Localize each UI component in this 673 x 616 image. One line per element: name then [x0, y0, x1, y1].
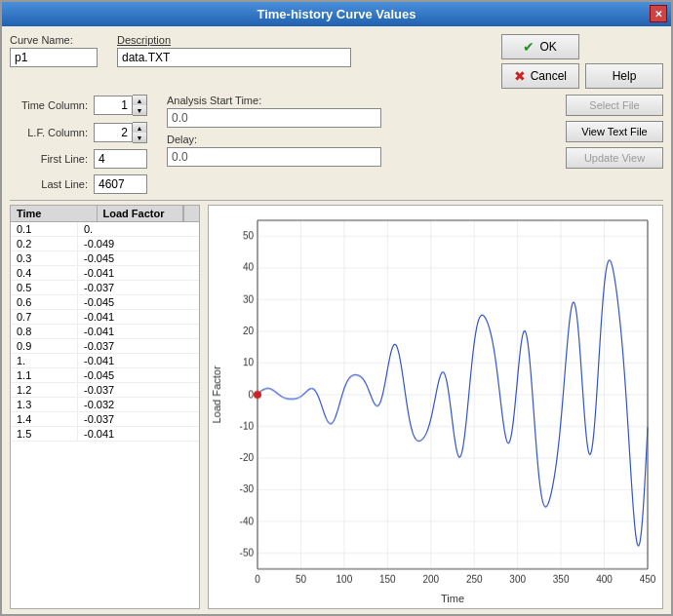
cell-lf: -0.037 — [78, 339, 199, 353]
table-row: 0.5-0.037 — [11, 281, 199, 295]
cell-time: 0.5 — [11, 281, 78, 294]
time-history-chart — [209, 206, 662, 608]
cell-lf: -0.037 — [78, 281, 199, 294]
check-icon: ✔ — [523, 39, 534, 55]
analysis-start-time-label: Analysis Start Time: — [167, 95, 381, 106]
cell-lf: -0.045 — [78, 251, 199, 265]
table-row: 0.10. — [11, 222, 199, 237]
table-row: 0.3-0.045 — [11, 251, 199, 266]
cell-time: 1.2 — [11, 383, 78, 397]
col-time-header: Time — [11, 206, 98, 221]
table-row: 1.-0.041 — [11, 354, 199, 368]
table-row: 0.6-0.045 — [11, 295, 199, 310]
table-row: 1.2-0.037 — [11, 383, 199, 398]
table-row: 0.8-0.041 — [11, 325, 199, 339]
cell-time: 0.3 — [11, 251, 78, 265]
curve-name-input[interactable] — [10, 48, 98, 67]
cell-time: 0.6 — [11, 295, 78, 309]
cell-time: 1.5 — [11, 427, 78, 441]
x-icon: ✖ — [514, 68, 526, 84]
description-label: Description — [117, 34, 351, 46]
cell-lf: -0.032 — [78, 398, 199, 411]
cell-time: 0.8 — [11, 325, 78, 338]
description-input[interactable] — [117, 48, 351, 67]
dialog-title: Time-history Curve Values — [257, 7, 416, 21]
data-table: Time Load Factor 0.10.0.2-0.0490.3-0.045… — [10, 205, 200, 609]
table-row: 1.4-0.037 — [11, 412, 199, 427]
lf-column-label: L.F. Column: — [10, 127, 88, 138]
first-line-label: First Line: — [10, 153, 88, 165]
cell-lf: 0. — [78, 222, 199, 236]
close-button[interactable]: ✕ — [650, 5, 667, 22]
time-column-label: Time Column: — [10, 99, 88, 111]
time-column-down[interactable]: ▼ — [133, 105, 146, 115]
cell-time: 1.3 — [11, 398, 78, 411]
table-scroll-area[interactable]: 0.10.0.2-0.0490.3-0.0450.4-0.0410.5-0.03… — [11, 222, 199, 608]
cell-lf: -0.041 — [78, 325, 199, 338]
table-row: 0.7-0.041 — [11, 310, 199, 325]
cell-lf: -0.045 — [78, 295, 199, 309]
col-lf-header: Load Factor — [98, 206, 184, 221]
table-row: 1.3-0.032 — [11, 398, 199, 412]
lf-column-up[interactable]: ▲ — [133, 123, 146, 133]
title-bar: Time-history Curve Values ✕ — [2, 2, 671, 26]
cell-lf: -0.041 — [78, 266, 199, 280]
cell-lf: -0.045 — [78, 368, 199, 382]
table-row: 0.2-0.049 — [11, 237, 199, 251]
last-line-label: Last Line: — [10, 178, 88, 190]
cell-time: 1. — [11, 354, 78, 367]
cell-time: 0.7 — [11, 310, 78, 324]
cell-time: 1.4 — [11, 412, 78, 426]
ok-button[interactable]: ✔ OK — [501, 34, 579, 59]
table-row: 0.4-0.041 — [11, 266, 199, 281]
cell-lf: -0.049 — [78, 237, 199, 250]
time-column-input[interactable] — [94, 96, 133, 115]
help-button[interactable]: Help — [585, 63, 663, 89]
cell-lf: -0.037 — [78, 412, 199, 426]
table-row: 1.1-0.045 — [11, 368, 199, 383]
update-view-button[interactable]: Update View — [566, 147, 663, 169]
curve-name-label: Curve Name: — [10, 34, 98, 46]
time-column-up[interactable]: ▲ — [133, 96, 146, 105]
analysis-start-time-input[interactable] — [167, 108, 381, 128]
cell-time: 0.9 — [11, 339, 78, 353]
cell-time: 0.2 — [11, 237, 78, 250]
table-row: 0.9-0.037 — [11, 339, 199, 354]
cell-lf: -0.037 — [78, 383, 199, 397]
last-line-input[interactable] — [94, 174, 147, 194]
cancel-button[interactable]: ✖ Cancel — [501, 63, 579, 89]
cell-time: 0.1 — [11, 222, 78, 236]
cell-time: 1.1 — [11, 368, 78, 382]
chart-panel — [208, 205, 663, 609]
delay-label: Delay: — [167, 134, 381, 145]
cell-lf: -0.041 — [78, 310, 199, 324]
select-file-button[interactable]: Select File — [566, 95, 663, 116]
cell-time: 0.4 — [11, 266, 78, 280]
table-row: 1.5-0.041 — [11, 427, 199, 442]
view-text-file-button[interactable]: View Text File — [566, 121, 663, 142]
lf-column-down[interactable]: ▼ — [133, 133, 146, 142]
cell-lf: -0.041 — [78, 354, 199, 367]
lf-column-input[interactable] — [94, 123, 133, 142]
delay-input[interactable] — [167, 147, 381, 167]
cell-lf: -0.041 — [78, 427, 199, 441]
first-line-input[interactable] — [94, 149, 147, 169]
